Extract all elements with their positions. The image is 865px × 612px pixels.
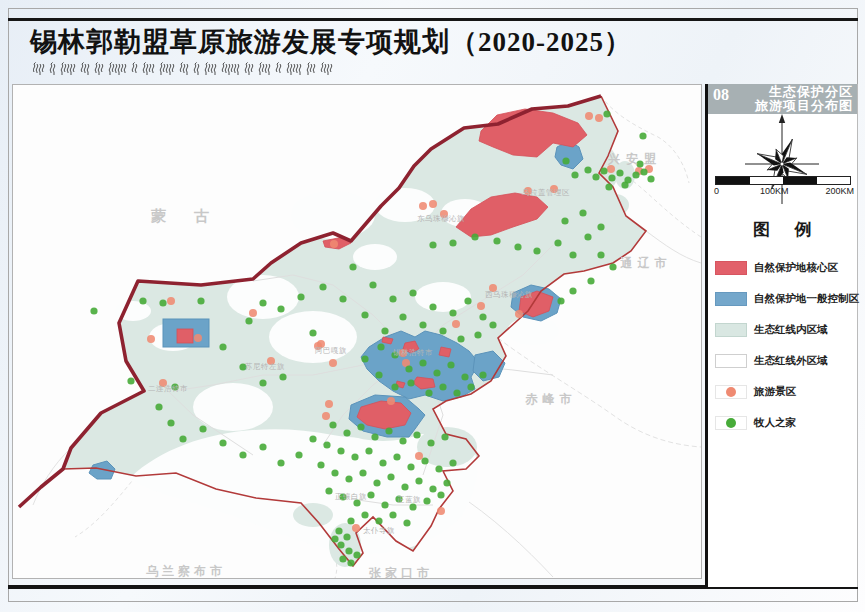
tourist-spot-dot — [415, 452, 423, 460]
herder-home-dot — [239, 451, 246, 458]
town-label: 乌拉盖管理区 — [521, 188, 570, 197]
herder-home-dot — [331, 469, 338, 476]
sheet-title: 生态保护分区 旅游项目分布图 — [755, 85, 853, 113]
herder-home-dot — [605, 183, 612, 190]
legend-label: 自然保护地核心区 — [754, 261, 838, 275]
north-arrow-icon — [779, 114, 785, 123]
herder-home-dot — [639, 132, 646, 139]
herder-home-dot — [489, 321, 496, 328]
neighbor-region-label: 赤峰市 — [525, 392, 577, 406]
herder-home-dot — [439, 383, 446, 390]
neighbor-region-label: 通辽市 — [620, 256, 672, 270]
herder-home-dot — [447, 361, 454, 368]
herder-home-dot — [413, 431, 420, 438]
herder-home-dot — [297, 293, 304, 300]
herder-home-dot — [435, 465, 442, 472]
herder-home-dot — [391, 383, 398, 390]
herder-home-dot — [373, 479, 380, 486]
legend-dot-swatch — [715, 416, 747, 430]
herder-home-dot — [361, 511, 368, 518]
scale-label-100: 100KM — [760, 186, 789, 196]
herder-home-dot — [309, 329, 316, 336]
town-label: 正镶白旗 — [335, 492, 367, 501]
herder-home-dot — [409, 503, 416, 510]
herder-home-dot — [323, 441, 330, 448]
herder-home-dot — [409, 289, 416, 296]
herder-home-dot — [345, 547, 352, 554]
herder-home-dot — [357, 423, 364, 430]
herder-home-dot — [139, 297, 146, 304]
legend-label: 生态红线内区域 — [754, 323, 828, 337]
herder-home-dot — [331, 535, 338, 542]
legend-label: 旅游景区 — [754, 385, 796, 399]
herder-home-dot — [493, 237, 500, 244]
herder-home-dot — [167, 419, 174, 426]
legend-title: 图 例 — [708, 218, 857, 241]
herder-home-dot — [219, 439, 226, 446]
herder-home-dot — [381, 501, 388, 508]
legend-item: 生态红线外区域 — [715, 345, 855, 376]
legend: 自然保护地核心区自然保护地一般控制区生态红线内区域生态红线外区域旅游景区牧人之家 — [715, 252, 855, 438]
tourist-spot-dot — [515, 310, 523, 318]
herder-home-dot — [337, 447, 344, 454]
herder-home-dot — [429, 303, 436, 310]
herder-home-dot — [407, 463, 414, 470]
herder-home-dot — [419, 359, 426, 366]
herder-home-dot — [423, 497, 430, 504]
herder-home-dot — [379, 459, 386, 466]
herder-home-dot — [377, 343, 384, 350]
town-label: 太仆寺旗 — [363, 526, 395, 535]
herder-home-dot — [437, 491, 444, 498]
herder-home-dot — [457, 335, 464, 342]
herder-home-dot — [219, 343, 226, 350]
herder-home-dot — [592, 173, 599, 180]
herder-home-dot — [347, 559, 354, 566]
herder-home-dot — [433, 369, 440, 376]
herder-home-dot — [349, 263, 356, 270]
herder-home-dot — [389, 511, 396, 518]
herder-home-dot — [343, 429, 350, 436]
herder-home-dot — [127, 377, 134, 384]
herder-home-dot — [90, 307, 97, 314]
herder-home-dot — [479, 371, 486, 378]
herder-home-dot — [533, 247, 540, 254]
tourist-spot-dot — [585, 112, 593, 120]
map-canvas: 乌拉盖管理区东乌珠穆沁旗阿巴嘎旗锡林浩特市西乌珠穆沁旗苏尼特左旗二连浩特市正镶白… — [12, 84, 702, 579]
scale-bar — [715, 176, 851, 185]
legend-dot-icon — [726, 418, 736, 428]
planning-map-sheet: { "page": { "title": "锡林郭勒盟草原旅游发展专项规划（20… — [0, 0, 865, 612]
herder-home-dot — [259, 299, 266, 306]
herder-home-dot — [464, 297, 471, 304]
herder-home-dot — [569, 287, 576, 294]
herder-home-dot — [600, 167, 607, 174]
herder-home-dot — [429, 241, 436, 248]
herder-home-dot — [425, 389, 432, 396]
legend-label: 自然保护地一般控制区 — [754, 292, 859, 306]
herder-home-dot — [387, 473, 394, 480]
herder-home-dot — [421, 457, 428, 464]
legend-fill-swatch — [715, 323, 747, 337]
legend-item: 旅游景区 — [715, 376, 855, 407]
herder-home-dot — [640, 168, 647, 175]
herder-home-dot — [317, 461, 324, 468]
herder-home-dot — [259, 379, 266, 386]
herder-home-dot — [375, 371, 382, 378]
tourist-spot-dot — [387, 397, 395, 405]
town-label: 二连浩特市 — [148, 384, 188, 393]
herder-home-dot — [279, 373, 286, 380]
herder-home-dot — [385, 427, 392, 434]
town-label: 锡林浩特市 — [392, 348, 433, 357]
legend-fill-swatch — [715, 261, 747, 275]
herder-home-dot — [429, 485, 436, 492]
herder-home-dot — [403, 519, 410, 526]
herder-home-dot — [365, 447, 372, 454]
herder-home-dot — [609, 263, 616, 270]
herder-home-dot — [443, 479, 450, 486]
herder-home-dot — [335, 527, 342, 534]
herder-home-dot — [571, 171, 578, 178]
tourist-spot-dot — [329, 359, 337, 367]
tourist-spot-dot — [352, 524, 360, 532]
legend-item: 牧人之家 — [715, 407, 855, 438]
herder-home-dot — [584, 166, 591, 173]
herder-home-dot — [197, 297, 204, 304]
